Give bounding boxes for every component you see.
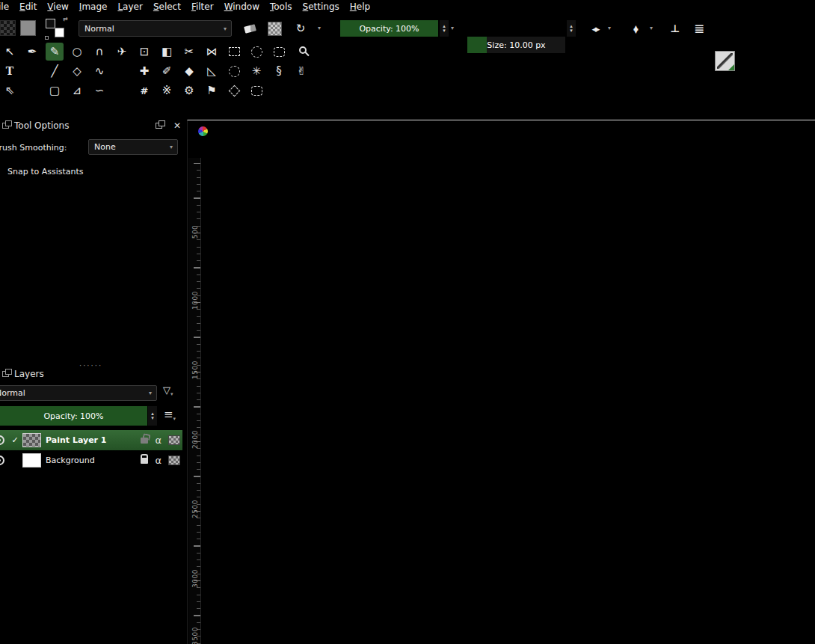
colorize-mask-tool[interactable]: ✂	[182, 43, 196, 60]
rectangle-tool[interactable]: ▢	[48, 82, 61, 99]
layer-filter-button[interactable]: ▽ ▾	[163, 384, 173, 397]
pan-tool[interactable]: ✌	[295, 63, 308, 79]
chevron-down-icon[interactable]: ▾	[451, 25, 454, 31]
transform-tool[interactable]: ⊡	[138, 43, 151, 60]
opacity-slider-label: Opacity: 100%	[340, 20, 438, 37]
deform-tool[interactable]: ⋈	[205, 43, 218, 60]
menu-image[interactable]: Image	[74, 0, 113, 14]
spin-down-icon[interactable]: ▾	[570, 28, 573, 33]
brush-smoothing-select[interactable]: None ▾	[88, 139, 178, 155]
reference-images-tool[interactable]: ⚑	[205, 82, 218, 99]
menu-filter[interactable]: Filter	[186, 0, 219, 14]
locked-icon[interactable]	[141, 458, 148, 464]
reload-preset-button[interactable]: ↻	[292, 20, 309, 37]
foreground-background-colors[interactable]: ⇄	[45, 18, 67, 39]
layer-row-background[interactable]: Background α	[0, 450, 182, 470]
snap-to-assistants-label[interactable]: Snap to Assistants	[7, 167, 84, 177]
brush-size-slider[interactable]: Size: 10.00 px	[467, 37, 565, 53]
chevron-down-icon[interactable]: ▾	[650, 25, 653, 31]
pattern-chooser-button[interactable]	[20, 20, 36, 36]
size-spinner[interactable]: ▴ ▾	[566, 20, 576, 37]
menu-edit[interactable]: Edit	[14, 0, 42, 14]
blend-mode-select[interactable]: Normal ▾	[79, 20, 232, 37]
crop-tool[interactable]: #	[138, 82, 151, 99]
dynamic-brush-tool[interactable]: ∩	[93, 43, 106, 60]
menu-file[interactable]: File	[0, 0, 14, 14]
menu-help[interactable]: Help	[345, 0, 375, 14]
brush-preset-button[interactable]	[715, 51, 735, 71]
spin-down-icon[interactable]: ▾	[151, 416, 154, 420]
wrap-around-button[interactable]: ⊥	[666, 20, 684, 37]
gradient-tool[interactable]: ◧	[160, 43, 173, 60]
chevron-down-icon[interactable]: ▾	[318, 25, 321, 31]
move-tool[interactable]: ✚	[138, 63, 151, 79]
polyline-tool[interactable]: ⊿	[70, 82, 84, 99]
path-selection-tool[interactable]	[272, 43, 286, 60]
chevron-down-icon[interactable]: ▾	[608, 25, 611, 31]
chevron-down-icon: ▾	[149, 390, 152, 396]
multibrush-tool[interactable]: ✈	[115, 43, 129, 60]
opacity-slider[interactable]: Opacity: 100%	[340, 20, 438, 37]
menu-select[interactable]: Select	[148, 0, 186, 14]
inherit-alpha-icon[interactable]	[168, 435, 180, 445]
alpha-channel-icon[interactable]: α	[155, 455, 162, 466]
opacity-spinner[interactable]: ▴ ▾	[439, 20, 449, 37]
line-tool[interactable]: ╱	[48, 63, 61, 79]
swap-colors-icon[interactable]: ⇄	[63, 16, 68, 22]
document-icon[interactable]	[198, 126, 208, 136]
bezier-curve-tool[interactable]: ∽	[93, 82, 106, 99]
smart-patch-tool[interactable]: ※	[160, 82, 173, 99]
magnetic-selection-tool[interactable]	[250, 82, 263, 99]
layer-visible-icon[interactable]	[0, 435, 4, 445]
layer-checked-icon[interactable]: ✓	[9, 435, 21, 445]
assistants-tool[interactable]: ⚙	[182, 82, 196, 99]
preserve-alpha-button[interactable]	[265, 20, 283, 37]
eraser-mode-button[interactable]	[240, 20, 259, 37]
measure-tool[interactable]: ◺	[205, 63, 218, 79]
edit-points-tool[interactable]: ⇖	[3, 82, 16, 99]
mirror-vertical-button[interactable]: ◂▸	[627, 20, 647, 37]
workspace-chooser-button[interactable]: ≣	[689, 19, 709, 38]
freehand-brush-tool[interactable]: ✎	[46, 43, 64, 61]
free-selection-tool[interactable]	[250, 43, 263, 60]
color-sampler-tool[interactable]: ✐	[160, 63, 173, 79]
layer-opacity-spinner[interactable]: ▴ ▾	[147, 406, 157, 426]
ellipse-tool[interactable]: ○	[70, 43, 84, 60]
menu-view[interactable]: View	[42, 0, 73, 14]
layer-thumbnail[interactable]	[22, 433, 41, 447]
layer-visible-icon[interactable]	[0, 456, 4, 465]
menu-tools[interactable]: Tools	[265, 0, 298, 14]
zoom-tool[interactable]	[295, 43, 308, 60]
spin-down-icon[interactable]: ▾	[443, 28, 446, 33]
contiguous-selection-tool[interactable]: ✳	[250, 63, 263, 79]
menu-window[interactable]: Window	[219, 0, 265, 14]
freehand-path-tool[interactable]: ∿	[93, 63, 106, 79]
reset-colors-icon[interactable]	[45, 36, 49, 40]
outline-selection-tool[interactable]: §	[272, 63, 286, 79]
polygon-tool[interactable]: ◇	[70, 63, 84, 79]
edit-shapes-tool[interactable]: ✒	[25, 43, 39, 60]
gradient-chooser-button[interactable]	[0, 20, 16, 36]
canvas-area[interactable]: 500 1000 1500 2000 2500 3000 3500	[187, 120, 815, 644]
layer-thumbnail[interactable]	[22, 453, 41, 467]
elliptical-selection-tool[interactable]	[227, 63, 241, 79]
inherit-alpha-icon[interactable]	[168, 456, 180, 465]
text-tool[interactable]: T	[3, 63, 16, 79]
close-icon[interactable]: ✕	[173, 121, 181, 130]
polygonal-selection-tool[interactable]	[227, 82, 241, 99]
menu-layer[interactable]: Layer	[112, 0, 147, 14]
fill-tool[interactable]: ◆	[182, 63, 196, 79]
unlocked-icon[interactable]	[141, 438, 148, 444]
layer-blend-mode-select[interactable]: Normal ▾	[0, 385, 157, 401]
alpha-channel-icon[interactable]: α	[155, 435, 162, 446]
float-docker-icon[interactable]	[156, 123, 162, 129]
menu-settings[interactable]: Settings	[298, 0, 345, 14]
mirror-horizontal-button[interactable]: ◂▸	[585, 20, 605, 37]
background-color-swatch[interactable]	[55, 28, 64, 37]
select-shapes-tool[interactable]: ↖	[3, 43, 16, 60]
layer-properties-menu-button[interactable]: ≡ ▾	[164, 408, 176, 422]
rectangular-selection-tool[interactable]	[227, 43, 241, 60]
layer-row-paint-layer-1[interactable]: ✓ Paint Layer 1 α	[0, 430, 182, 450]
docker-icon	[2, 123, 9, 129]
layer-opacity-slider[interactable]: Opacity: 100%	[0, 406, 147, 426]
